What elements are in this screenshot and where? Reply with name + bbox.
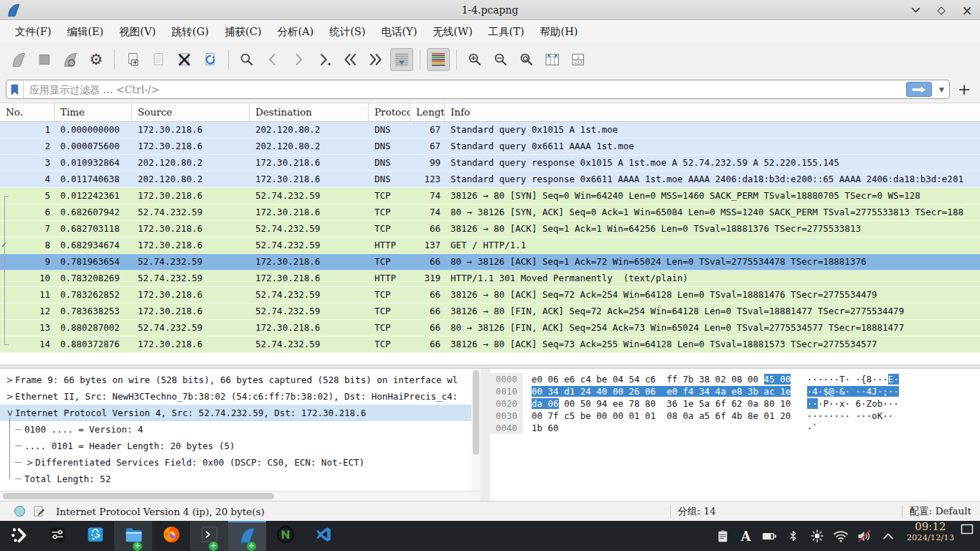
packet-row[interactable]: 10.000000000172.30.218.6202.120.80.2DNS6… <box>0 122 980 138</box>
packet-row[interactable]: 30.010932864202.120.80.2172.30.218.6DNS9… <box>0 155 980 171</box>
taskbar-settings[interactable] <box>38 521 76 551</box>
packet-row[interactable]: 50.012242361172.30.218.652.74.232.59TCP7… <box>0 188 980 204</box>
resize-columns-button[interactable] <box>541 48 564 71</box>
go-to-packet-button[interactable] <box>313 48 336 71</box>
brightness-icon[interactable] <box>809 527 826 545</box>
menu-item-capture[interactable]: 捕获(C) <box>217 22 269 42</box>
column-header-source[interactable]: Source <box>132 103 250 121</box>
menu-item-telephony[interactable]: 电话(Y) <box>373 22 425 42</box>
detail-tree-item[interactable]: Total Length: 52 <box>0 471 481 487</box>
menu-item-statistics[interactable]: 统计(S) <box>321 22 373 42</box>
volume-muted-icon[interactable] <box>856 527 873 545</box>
filter-input[interactable] <box>24 84 949 95</box>
show-desktop-button[interactable] <box>958 521 976 538</box>
expand-icon[interactable]: > <box>4 392 15 402</box>
apply-filter-button[interactable] <box>906 82 932 97</box>
packet-row[interactable]: 100.78320826952.74.232.59172.30.218.6HTT… <box>0 270 980 287</box>
titlebar: 1-4.pcapng ◇× <box>0 0 980 20</box>
menu-item-tools[interactable]: 工具(T) <box>481 22 532 42</box>
close-button[interactable]: × <box>961 4 973 16</box>
menu-item-go[interactable]: 跳转(G) <box>164 22 217 42</box>
related-packets-bracket <box>4 344 9 345</box>
clipboard-icon[interactable] <box>714 527 731 545</box>
layout-button[interactable]: 123 <box>567 48 590 71</box>
auto-scroll-button[interactable] <box>390 48 413 71</box>
colorize-button[interactable] <box>427 48 450 71</box>
column-header-time[interactable]: Time <box>55 103 132 121</box>
menu-item-view[interactable]: 视图(V) <box>111 22 164 42</box>
packet-row[interactable]: 60.68260794252.74.232.59172.30.218.6TCP7… <box>0 204 980 221</box>
packet-row[interactable]: 40.011740638202.120.80.2172.30.218.6DNS1… <box>0 171 980 188</box>
details-vertical-scrollbar[interactable] <box>471 369 481 491</box>
taskbar-terminal[interactable]: + <box>190 521 228 551</box>
taskbar-wireshark[interactable]: + <box>228 521 266 551</box>
taskbar-vscode[interactable] <box>304 521 342 551</box>
detail-tree-item[interactable]: .... 0101 = Header Length: 20 bytes (5) <box>0 438 481 454</box>
column-header-length[interactable]: Length <box>410 103 445 121</box>
capture-comment-icon[interactable] <box>33 505 45 517</box>
bookmark-icon[interactable] <box>6 80 24 98</box>
taskbar-app-store[interactable] <box>76 521 114 551</box>
window-controls: ◇× <box>910 0 973 20</box>
packet-row[interactable]: 80.682934674172.30.218.652.74.232.59HTTP… <box>0 237 980 254</box>
packet-row[interactable]: 140.880372876172.30.218.652.74.232.59TCP… <box>0 336 980 353</box>
hex-row[interactable]: 00401b 60 ·` <box>490 422 980 434</box>
profile-label[interactable]: 配置: Default <box>903 505 980 518</box>
find-packet-button[interactable] <box>235 48 258 71</box>
pane-divider[interactable] <box>481 369 490 501</box>
collapse-icon[interactable]: > <box>5 408 15 418</box>
battery-icon[interactable] <box>761 527 778 545</box>
expand-icon[interactable]: > <box>24 458 35 468</box>
first-packet-button[interactable] <box>339 48 362 71</box>
detail-tree-item[interactable]: >Differentiated Services Field: 0x00 (DS… <box>0 454 481 471</box>
hex-ascii: ·P··x· 6·Zob··· <box>818 398 899 409</box>
hex-row[interactable]: 003000 7f c5 be 00 00 01 01 08 0a a5 6f … <box>490 410 980 422</box>
taskbar-firefox[interactable] <box>152 521 190 551</box>
last-packet-button[interactable] <box>364 48 387 71</box>
packet-row[interactable]: 130.88028700252.74.232.59172.30.218.6TCP… <box>0 320 980 336</box>
menu-item-help[interactable]: 帮助(H) <box>532 22 586 42</box>
maximize-button[interactable]: ◇ <box>936 4 947 16</box>
chevron-up-icon[interactable] <box>880 527 897 545</box>
zoom-out-button[interactable] <box>489 48 512 71</box>
zoom-in-button[interactable] <box>463 48 486 71</box>
details-horizontal-scrollbar[interactable] <box>0 491 481 501</box>
open-file-button[interactable] <box>121 48 144 71</box>
input-method-icon[interactable]: A <box>738 527 755 545</box>
close-file-button[interactable] <box>173 48 196 71</box>
menu-item-analyze[interactable]: 分析(A) <box>269 22 321 42</box>
packet-row[interactable]: 90.78196365452.74.232.59172.30.218.6TCP6… <box>0 254 980 270</box>
bluetooth-icon[interactable] <box>785 527 802 545</box>
filter-dropdown-caret[interactable]: ▼ <box>939 86 944 93</box>
minimize-button[interactable] <box>910 4 921 16</box>
add-filter-button[interactable]: + <box>954 80 974 100</box>
detail-tree-item[interactable]: >Frame 9: 66 bytes on wire (528 bits), 6… <box>0 372 481 388</box>
detail-tree-item[interactable]: 0100 .... = Version: 4 <box>0 421 481 438</box>
zoom-reset-button[interactable] <box>515 48 538 71</box>
detail-tree-item[interactable]: >Internet Protocol Version 4, Src: 52.74… <box>0 405 481 421</box>
taskbar-file-manager[interactable]: + <box>114 521 152 551</box>
menu-item-file[interactable]: 文件(F) <box>7 22 59 42</box>
hex-row[interactable]: 0000e0 06 e6 c4 be 04 54 c6 ff 7b 38 02 … <box>490 373 980 385</box>
capture-options-button[interactable]: ⚙ <box>85 48 108 71</box>
detail-tree-item[interactable]: >Ethernet II, Src: NewH3CTechno_7b:38:02… <box>0 388 481 405</box>
packet-row[interactable]: 70.682703118172.30.218.652.74.232.59TCP6… <box>0 221 980 237</box>
clock[interactable]: 09:12 2024/12/13 <box>907 521 954 551</box>
taskbar-app-launcher[interactable] <box>0 521 38 551</box>
expert-info-icon[interactable] <box>14 506 25 517</box>
column-header-info[interactable]: Info <box>445 103 980 121</box>
column-header-protocol[interactable]: Protocol <box>369 103 410 121</box>
hex-row[interactable]: 001000 34 d1 24 40 00 26 06 e0 f4 34 4a … <box>490 385 980 397</box>
packet-row[interactable]: 20.000075600172.30.218.6202.120.80.2DNS6… <box>0 138 980 155</box>
packet-row[interactable]: 120.783638253172.30.218.652.74.232.59TCP… <box>0 303 980 320</box>
menu-item-wireless[interactable]: 无线(W) <box>425 22 480 42</box>
menu-item-edit[interactable]: 编辑(E) <box>59 22 111 42</box>
expand-icon[interactable]: > <box>4 375 15 385</box>
hex-row[interactable]: 0020da 06 00 50 94 ee 78 80 36 1e 5a 6f … <box>490 397 980 410</box>
column-header-no[interactable]: No. <box>0 103 55 121</box>
wifi-icon[interactable] <box>832 527 849 545</box>
taskbar-neovim[interactable] <box>266 521 304 551</box>
reload-file-button[interactable] <box>199 48 222 71</box>
packet-row[interactable]: 110.783262852172.30.218.652.74.232.59TCP… <box>0 287 980 303</box>
column-header-destination[interactable]: Destination <box>250 103 369 121</box>
